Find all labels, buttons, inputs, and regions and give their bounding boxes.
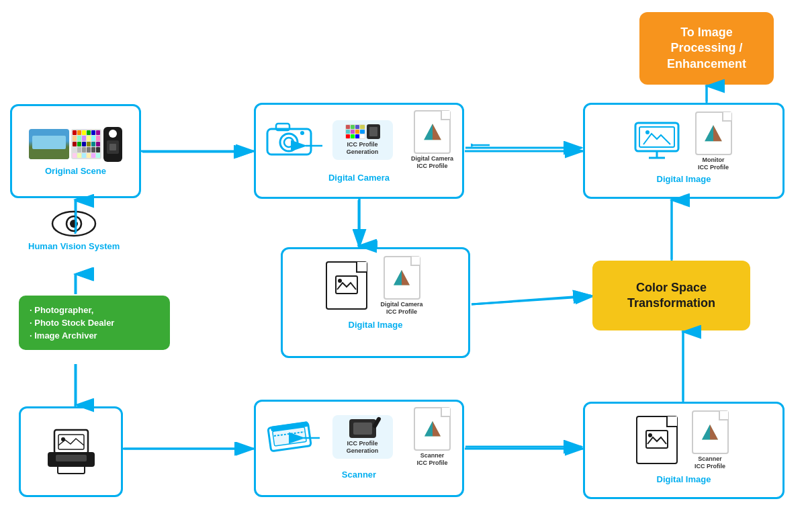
svg-marker-48 [394, 270, 402, 285]
svg-line-8 [472, 296, 593, 304]
internal-arrow-left [471, 138, 491, 152]
scanner-icc-triangle [422, 419, 443, 439]
source-line-1: · Photographer, [30, 305, 159, 315]
doc-image-icon-bot [643, 427, 670, 453]
svg-point-20 [75, 220, 78, 222]
original-scene-box: Original Scene [10, 104, 141, 198]
source-line-3: · Image Archiver [30, 330, 159, 341]
svg-marker-54 [433, 421, 441, 437]
camera-icon [264, 118, 314, 159]
doc-image-icon-mid [333, 272, 360, 299]
svg-rect-44 [336, 276, 357, 294]
diagram: Original Scene Human Vision System · Pho… [0, 0, 806, 532]
to-image-processing-label: To ImageProcessing /Enhancement [667, 25, 746, 72]
svg-point-23 [61, 437, 65, 441]
icc-profile-triangle-mid [392, 268, 412, 288]
svg-marker-60 [702, 425, 710, 440]
digital-image-bot-box: ScannerICC Profile Digital Image [583, 402, 785, 499]
printer-icon [41, 427, 101, 477]
svg-marker-35 [424, 124, 433, 140]
eye-icon [47, 205, 101, 238]
svg-marker-42 [713, 125, 722, 141]
digital-image-top-box: MonitorICC Profile Digital Image [583, 103, 785, 199]
svg-rect-56 [646, 431, 668, 448]
svg-marker-34 [433, 124, 441, 140]
svg-point-31 [300, 131, 304, 135]
icc-profile-triangle-camera [422, 122, 443, 143]
scanner-icc-triangle-bot [700, 423, 720, 443]
svg-marker-59 [710, 425, 718, 440]
svg-point-45 [338, 279, 342, 283]
scanner-label: Scanner [342, 470, 376, 480]
digital-image-top-label: Digital Image [657, 174, 711, 184]
svg-point-30 [284, 138, 294, 147]
svg-point-57 [648, 433, 652, 437]
digital-camera-box: ICC ProfileGeneration [254, 103, 464, 199]
original-scene-label: Original Scene [45, 166, 106, 176]
digital-image-mid-label: Digital Image [349, 320, 403, 330]
svg-marker-47 [402, 270, 410, 285]
svg-marker-55 [424, 421, 433, 437]
sources-box: · Photographer, · Photo Stock Dealer · I… [19, 296, 170, 350]
print-source-box [19, 406, 123, 497]
scanner-box: ICC ProfileGeneration ScannerICC Profile… [254, 400, 464, 497]
monitor-icon [633, 120, 681, 162]
svg-line-69 [472, 296, 591, 304]
color-space-box: Color SpaceTransformation [592, 261, 750, 330]
source-line-2: · Photo Stock Dealer [30, 318, 159, 328]
svg-point-38 [645, 130, 650, 134]
svg-marker-43 [705, 125, 713, 141]
human-vision-box: Human Vision System [28, 205, 120, 251]
color-space-label: Color SpaceTransformation [627, 280, 715, 312]
digital-camera-label: Digital Camera [328, 173, 390, 183]
to-image-processing-box: To ImageProcessing /Enhancement [639, 12, 774, 85]
digital-image-bot-label: Digital Image [657, 474, 711, 484]
human-vision-label: Human Vision System [28, 241, 120, 251]
digital-image-mid-box: Digital CameraICC Profile Digital Image [281, 247, 470, 358]
monitor-icc-triangle [703, 123, 724, 144]
svg-point-29 [280, 134, 298, 151]
svg-rect-25 [56, 455, 87, 461]
scanner-icon [264, 412, 314, 459]
